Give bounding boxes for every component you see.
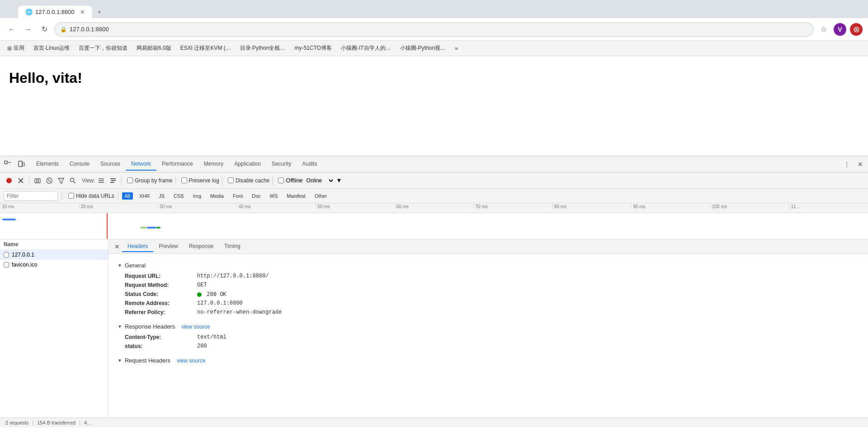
disable-cache-group: Disable cache — [228, 177, 269, 184]
field-label-status-header: status: — [125, 343, 197, 349]
request-headers-view-source[interactable]: view source — [177, 358, 205, 364]
tab-console[interactable]: Console — [64, 158, 95, 171]
hide-data-urls-checkbox[interactable] — [68, 193, 74, 199]
tab-security[interactable]: Security — [266, 158, 297, 171]
bookmark-xiaoyuan1[interactable]: 小猿圈-IT自学人的… — [337, 43, 395, 53]
tab-audits[interactable]: Audits — [297, 158, 322, 171]
tab-memory[interactable]: Memory — [198, 158, 229, 171]
disable-cache-checkbox[interactable] — [228, 177, 234, 183]
forward-button[interactable]: → — [22, 23, 34, 36]
inspect-element-button[interactable] — [2, 158, 14, 170]
clear-button[interactable] — [15, 175, 26, 186]
toolbar-sep-3 — [175, 176, 176, 185]
svg-rect-3 — [23, 162, 24, 166]
devtools-more-button[interactable]: ⋮ — [841, 158, 853, 170]
view-waterfall-button[interactable] — [108, 175, 118, 186]
file-checkbox-main[interactable] — [4, 252, 9, 258]
tab-close[interactable]: ✕ — [80, 9, 85, 15]
response-headers-section[interactable]: ▼ Response Headers view source — [118, 320, 859, 333]
bookmark-baidu[interactable]: 百度一下，你就知道 — [75, 43, 131, 53]
general-section-header[interactable]: ▼ General — [118, 259, 859, 272]
details-tab-timing[interactable]: Timing — [219, 241, 246, 252]
bookmark-more[interactable]: » — [451, 44, 462, 53]
tab-performance[interactable]: Performance — [156, 158, 198, 171]
throttle-select[interactable]: Online Fast 3G Slow 3G Offline — [305, 177, 335, 184]
bookmark-xiaoyuan2[interactable]: 小猿圈-Python视… — [396, 43, 449, 53]
details-tab-response[interactable]: Response — [184, 241, 219, 252]
back-button[interactable]: ← — [5, 23, 18, 36]
details-close-button[interactable]: ✕ — [112, 242, 122, 252]
filter-type-all[interactable]: All — [122, 192, 133, 200]
response-headers-view-source[interactable]: view source — [181, 324, 210, 330]
network-toolbar: View: Group by frame Preserve log Disabl… — [0, 172, 868, 189]
field-value-status: 200 OK — [197, 291, 226, 297]
lock-icon: 🔒 — [60, 26, 67, 33]
new-tab-button[interactable]: + — [92, 5, 107, 18]
offline-checkbox[interactable] — [278, 177, 284, 183]
reload-button[interactable]: ↻ — [38, 23, 51, 36]
device-toggle-button[interactable] — [15, 158, 27, 170]
request-headers-section[interactable]: ▼ Request Headers view source — [118, 354, 859, 367]
bookmark-python[interactable]: 目录·Python全栈… — [236, 43, 289, 53]
timeline-bar-2c — [156, 227, 160, 229]
filter-type-css[interactable]: CSS — [171, 192, 187, 200]
devtools-panel: Elements Console Sources Network Perform… — [0, 156, 868, 427]
ruler-tick-40: 40 ms — [237, 203, 316, 209]
ruler-tick-50: 50 ms — [316, 203, 395, 209]
url-text: 127.0.0.1:8800 — [70, 26, 109, 33]
field-remote-address: Remote Address: 127.0.0.1:8800 — [118, 299, 859, 308]
view-list-button[interactable] — [96, 175, 107, 186]
field-content-type: Content-Type: text/html — [118, 333, 859, 342]
clear-network-button[interactable] — [44, 175, 55, 186]
filter-button[interactable] — [56, 175, 66, 186]
filter-type-other[interactable]: Other — [312, 192, 330, 200]
update-badge[interactable]: ⊗ — [850, 23, 863, 36]
user-avatar[interactable]: V — [834, 23, 846, 36]
devtools-close-button[interactable]: ✕ — [854, 158, 866, 170]
requests-count: 2 requests — [5, 420, 28, 425]
group-by-frame-checkbox[interactable] — [127, 177, 133, 183]
bookmark-apps[interactable]: ⊞ 应用 — [4, 43, 28, 53]
tab-elements[interactable]: Elements — [31, 158, 64, 171]
toolbar-sep-2 — [121, 176, 122, 185]
filter-input[interactable] — [4, 191, 58, 201]
filter-type-img[interactable]: Img — [190, 192, 204, 200]
record-button[interactable] — [4, 175, 14, 186]
filter-type-js[interactable]: JS — [156, 192, 167, 200]
details-tab-headers[interactable]: Headers — [122, 241, 153, 252]
field-label-content-type: Content-Type: — [125, 334, 197, 340]
screenshot-button[interactable] — [32, 175, 43, 186]
tab-favicon: 🌐 — [25, 9, 33, 15]
bookmark-esxi[interactable]: ESXI 迁移至KVM (… — [177, 43, 235, 53]
preserve-log-checkbox[interactable] — [181, 177, 187, 183]
search-button[interactable] — [67, 175, 78, 186]
file-checkbox-favicon[interactable] — [4, 262, 9, 267]
details-tab-preview[interactable]: Preview — [153, 241, 184, 252]
offline-group: Offline Online Fast 3G Slow 3G Offline ▼ — [278, 177, 342, 184]
file-item-favicon[interactable]: favicon.ico — [0, 260, 108, 270]
filter-type-manifest[interactable]: Manifest — [284, 192, 308, 200]
bookmark-linux[interactable]: 首页·Linux运维 — [30, 43, 73, 53]
response-headers-title: Response Headers — [125, 323, 175, 330]
active-tab[interactable]: 🌐 127.0.0.1:8800 ✕ — [18, 6, 92, 18]
ruler-tick-110: 11… — [789, 203, 868, 209]
filter-type-xhr[interactable]: XHR — [137, 192, 152, 200]
bookmark-email[interactable]: 网易邮箱6.0版 — [133, 43, 175, 53]
field-referrer-policy: Referrer Policy: no-referrer-when-downgr… — [118, 308, 859, 317]
tab-sources[interactable]: Sources — [95, 158, 126, 171]
request-headers-title: Request Headers — [125, 357, 170, 364]
bookmark-51cto[interactable]: my-51CTO博客 — [291, 43, 335, 53]
tab-network[interactable]: Network — [126, 158, 156, 171]
file-item-main[interactable]: 127.0.0.1 — [0, 250, 108, 260]
ruler-tick-10: 10 ms — [0, 203, 79, 209]
bookmark-star[interactable]: ☆ — [817, 23, 830, 36]
tab-application[interactable]: Application — [229, 158, 266, 171]
general-arrow: ▼ — [118, 263, 122, 268]
address-bar[interactable]: 🔒 127.0.0.1:8800 — [54, 22, 814, 37]
bookmarks-bar: ⊞ 应用 首页·Linux运维 百度一下，你就知道 网易邮箱6.0版 ESXI … — [0, 41, 868, 56]
filter-type-font[interactable]: Font — [230, 192, 245, 200]
toolbar-sep-1 — [29, 176, 29, 185]
filter-type-ws[interactable]: WS — [267, 192, 281, 200]
filter-type-doc[interactable]: Doc — [249, 192, 264, 200]
filter-type-media[interactable]: Media — [208, 192, 226, 200]
